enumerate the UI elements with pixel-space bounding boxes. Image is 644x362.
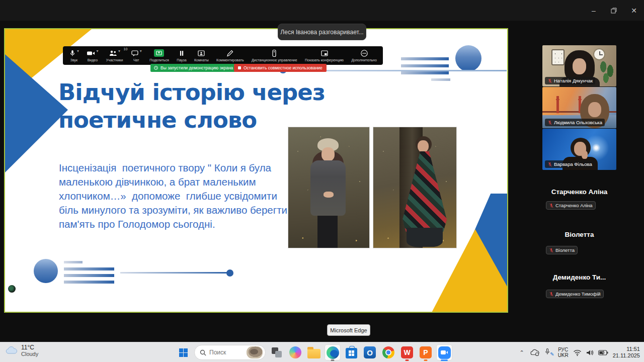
toolbar-pause-button[interactable]: Пауза (177, 49, 186, 62)
copilot-button[interactable] (288, 345, 303, 360)
toolbar-video-button[interactable]: ▾ Видео (87, 49, 98, 62)
windows-logo-icon (179, 348, 188, 357)
audio-tile-violetta[interactable]: Віолетта Віолетта (542, 215, 616, 257)
participants-sidebar: Наталія Дякунчак Людмила Ольховська (542, 45, 616, 312)
taskbar-search[interactable] (194, 345, 266, 360)
language-indicator[interactable]: РУС UKR (558, 347, 569, 358)
chevron-down-icon[interactable]: ▾ (118, 49, 120, 53)
share-timer-icon (154, 66, 158, 70)
weather-condition: Cloudy (21, 351, 38, 357)
participant-display-name: Старченко Аліна (542, 188, 616, 196)
person-face (588, 102, 601, 117)
toolbar-remote-control-button[interactable]: Дистанционное управление (252, 49, 297, 62)
task-view-icon (271, 346, 283, 358)
copilot-icon (289, 346, 301, 358)
search-input[interactable] (209, 349, 244, 356)
toolbar-more-button[interactable]: Дополнительно (351, 49, 376, 62)
figure-skirt (407, 228, 443, 247)
restore-button[interactable] (604, 0, 624, 21)
start-button[interactable] (176, 345, 191, 360)
running-indicator (406, 359, 409, 361)
toolbar-annotate-button[interactable]: Комментировать (216, 49, 244, 62)
toolbar-audio-button[interactable]: ▾ Звук (69, 49, 79, 62)
decor-bar (64, 267, 114, 270)
video-camera-icon (87, 49, 95, 57)
chevron-down-icon[interactable]: ▾ (96, 49, 98, 53)
decor-thin-line-top (307, 70, 507, 71)
chevron-down-icon[interactable]: ▾ (77, 49, 79, 53)
taskbar-hover-tooltip: Microsoft Edge (327, 324, 370, 336)
tray-chevron-icon[interactable]: ⌃ (518, 349, 525, 356)
participant-name: Наталія Дякунчак (554, 78, 593, 83)
toolbar-label: Показать конференцию (305, 58, 344, 62)
annotate-pencil-icon (226, 49, 234, 57)
running-indicator (424, 359, 428, 361)
toolbar-label: Дистанционное управление (252, 58, 297, 62)
clock[interactable]: 11:51 21.11.2025 (613, 346, 640, 359)
stop-icon (238, 66, 241, 69)
tray-time: 11:51 (613, 346, 640, 352)
task-view-button[interactable] (269, 345, 284, 360)
toolbar-label: Пауза (177, 58, 186, 62)
toolbar-label: Участники (106, 58, 123, 62)
person-face (573, 58, 586, 74)
wifi-icon[interactable] (573, 349, 582, 356)
zoom-icon (438, 346, 451, 359)
toolbar-show-meeting-button[interactable]: Показать конференцию (305, 49, 344, 62)
audio-tile-demydenko[interactable]: Демиденко Ти... Демиденко Тимофій (542, 257, 616, 300)
participant-name: Віолетта (555, 247, 575, 253)
battery-icon[interactable] (598, 350, 608, 355)
weather-widget[interactable]: 11°C Cloudy (5, 344, 38, 357)
toolbar-breakout-rooms-button[interactable]: Комнаты (194, 49, 209, 62)
mic-muted-icon (549, 292, 554, 297)
toolbar-label: Поделиться (149, 58, 169, 62)
close-button[interactable]: ✕ (624, 0, 644, 21)
volume-icon[interactable] (586, 349, 594, 356)
toolbar-chat-button[interactable]: ▾ Чат (131, 49, 142, 62)
figure-face (321, 147, 335, 161)
zoom-meeting-toolbar: ▾ Звук ▾ Видео 10 ▾ Участники ▾ Чат Поде… (63, 46, 383, 65)
microphone-icon (69, 49, 76, 57)
participant-name-badge: Варвара Фільова (545, 160, 595, 168)
search-highlight-image[interactable] (247, 346, 263, 358)
pause-icon (178, 49, 185, 57)
toolbar-label: Звук (70, 58, 77, 62)
file-explorer-button[interactable] (306, 345, 321, 360)
chrome-button[interactable] (381, 345, 396, 360)
language-top: РУС (558, 347, 569, 352)
running-indicator (331, 359, 335, 361)
participant-name-badge: Демиденко Тимофій (546, 290, 604, 298)
stop-share-button[interactable]: Остановить совместное использование (234, 64, 327, 72)
onedrive-icon[interactable] (530, 349, 540, 356)
toolbar-participants-button[interactable]: 10 ▾ Участники (106, 49, 123, 62)
audio-tile-starchenko[interactable]: Старченко Аліна Старченко Аліна (542, 172, 616, 214)
store-button[interactable] (344, 345, 359, 360)
show-meeting-icon (320, 49, 329, 57)
chevron-down-icon[interactable]: ▾ (140, 49, 142, 53)
zoom-button[interactable] (437, 345, 452, 360)
video-tile-liudmyla[interactable]: Людмила Ольховська (542, 87, 616, 128)
decor-bar-short (431, 78, 450, 81)
outlook-button[interactable]: O (362, 345, 377, 360)
video-tile-varvara[interactable]: Варвара Фільова (542, 129, 616, 170)
microphone-in-use-icon[interactable]: ✎ (544, 348, 553, 357)
toolbar-share-button[interactable]: Поделиться (149, 49, 169, 62)
figure-hands (324, 192, 334, 198)
photo-girl-in-plaid-shawl (373, 127, 457, 248)
minimize-button[interactable]: – (584, 0, 604, 21)
screen-share-status-banner: Вы запустили демонстрацию экрана ◂ ▸ (150, 64, 246, 72)
decor-bar (64, 274, 114, 277)
mic-muted-icon (547, 120, 552, 125)
edge-button[interactable] (325, 345, 340, 360)
participant-name: Старченко Аліна (555, 203, 593, 208)
wps-presentation-button[interactable]: P (418, 345, 433, 360)
toolbar-label: Дополнительно (351, 58, 376, 62)
system-tray: ⌃ ✎ РУС UKR 11:51 21.11.2025 (518, 342, 640, 362)
weather-temp: 11°C (21, 344, 38, 351)
video-tile-natalia[interactable]: Наталія Дякунчак (542, 45, 616, 86)
window-titlebar: – ✕ (0, 0, 644, 21)
participant-display-name: Віолетта (542, 231, 616, 238)
wps-writer-button[interactable]: W (399, 345, 415, 360)
photo-girl-in-hat (288, 127, 370, 248)
language-bottom: UKR (558, 352, 569, 358)
